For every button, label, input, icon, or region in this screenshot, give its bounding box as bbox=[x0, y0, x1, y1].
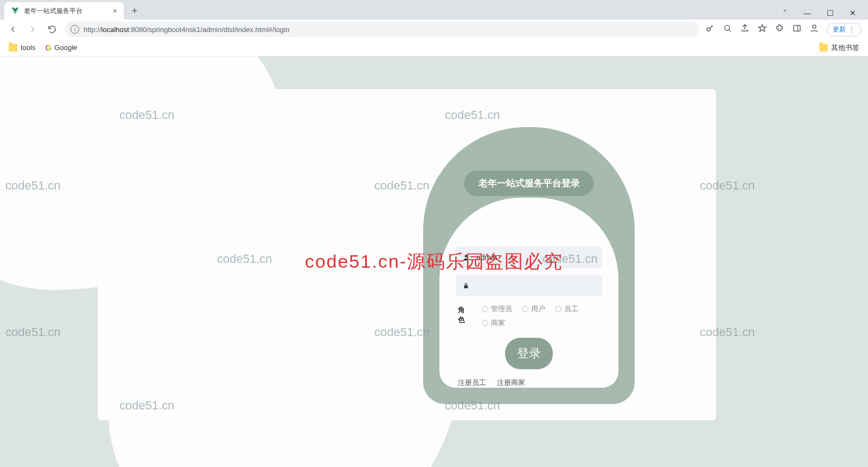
svg-point-4 bbox=[465, 255, 468, 257]
role-options: 管理员 用户 员工 商家 bbox=[482, 304, 602, 328]
key-icon[interactable] bbox=[705, 23, 715, 35]
google-icon: G bbox=[45, 43, 51, 52]
register-merchant-link[interactable]: 注册商家 bbox=[497, 378, 525, 388]
role-option-admin[interactable]: 管理员 bbox=[482, 304, 512, 314]
radio-icon bbox=[482, 306, 488, 312]
address-bar: i http://localhost:8080/springboot4nsk1/… bbox=[0, 20, 868, 39]
svg-point-1 bbox=[725, 26, 730, 30]
register-staff-link[interactable]: 注册员工 bbox=[458, 378, 486, 388]
window-controls: ˅ — ☐ ✕ bbox=[778, 9, 868, 20]
radio-icon bbox=[482, 320, 488, 326]
site-info-icon[interactable]: i bbox=[71, 25, 79, 34]
svg-point-0 bbox=[707, 28, 710, 31]
star-icon[interactable] bbox=[757, 23, 767, 35]
zoom-icon[interactable] bbox=[723, 23, 732, 35]
radio-icon bbox=[522, 306, 528, 312]
addr-right-controls: 更新⋮ bbox=[705, 23, 861, 36]
vue-favicon-icon bbox=[11, 7, 20, 15]
url-text: http://localhost:8080/springboot4nsk1/ad… bbox=[84, 26, 289, 34]
page-content: 老年一站式服务平台登录 角色 管理员 bbox=[0, 56, 868, 467]
tab-bar: 老年一站式服务平台 × + ˅ — ☐ ✕ bbox=[0, 0, 868, 20]
chevron-down-icon[interactable]: ˅ bbox=[778, 9, 791, 17]
share-icon[interactable] bbox=[740, 23, 750, 35]
tab-close-icon[interactable]: × bbox=[113, 7, 117, 15]
password-field-wrapper bbox=[456, 275, 602, 296]
login-button[interactable]: 登录 bbox=[505, 338, 553, 369]
username-input[interactable] bbox=[476, 253, 596, 262]
browser-tab[interactable]: 老年一站式服务平台 × bbox=[4, 2, 124, 20]
bookmark-other[interactable]: 其他书签 bbox=[819, 43, 859, 53]
update-button[interactable]: 更新⋮ bbox=[827, 23, 861, 36]
svg-point-3 bbox=[813, 25, 816, 28]
back-button[interactable] bbox=[7, 23, 20, 36]
tab-title: 老年一站式服务平台 bbox=[24, 7, 82, 16]
watermark: code51.cn bbox=[5, 325, 61, 339]
role-option-user[interactable]: 用户 bbox=[522, 304, 545, 314]
radio-icon bbox=[555, 306, 561, 312]
role-option-merchant[interactable]: 商家 bbox=[482, 318, 505, 328]
svg-rect-2 bbox=[794, 26, 800, 31]
login-form: 角色 管理员 用户 员工 商家 登录 注册员工 注册商家 bbox=[439, 198, 618, 388]
extensions-icon[interactable] bbox=[775, 23, 784, 35]
login-title: 老年一站式服务平台登录 bbox=[464, 171, 594, 196]
browser-chrome: 老年一站式服务平台 × + ˅ — ☐ ✕ i http://localhost… bbox=[0, 0, 868, 57]
folder-icon bbox=[9, 44, 17, 52]
reload-button[interactable] bbox=[46, 23, 59, 36]
lock-icon bbox=[462, 282, 470, 289]
user-icon bbox=[462, 254, 470, 261]
bookmark-google[interactable]: G Google bbox=[45, 43, 77, 52]
url-input[interactable]: i http://localhost:8080/springboot4nsk1/… bbox=[65, 22, 699, 37]
login-panel: 老年一站式服务平台登录 角色 管理员 bbox=[423, 127, 635, 404]
password-input[interactable] bbox=[476, 281, 596, 290]
close-icon[interactable]: ✕ bbox=[846, 9, 859, 17]
username-field-wrapper bbox=[456, 247, 602, 268]
folder-icon bbox=[819, 44, 828, 52]
role-selector: 角色 管理员 用户 员工 商家 bbox=[458, 304, 602, 328]
new-tab-button[interactable]: + bbox=[127, 3, 142, 18]
minimize-icon[interactable]: — bbox=[801, 9, 814, 17]
maximize-icon[interactable]: ☐ bbox=[824, 9, 837, 17]
register-links: 注册员工 注册商家 bbox=[456, 378, 602, 388]
bookmark-tools[interactable]: tools bbox=[9, 43, 35, 52]
role-label: 角色 bbox=[458, 304, 471, 325]
role-option-staff[interactable]: 员工 bbox=[555, 304, 578, 314]
forward-button[interactable] bbox=[26, 23, 39, 36]
side-panel-icon[interactable] bbox=[792, 23, 802, 35]
content-card: 老年一站式服务平台登录 角色 管理员 bbox=[98, 89, 716, 420]
bookmarks-bar: tools G Google 其他书签 bbox=[0, 39, 868, 56]
profile-icon[interactable] bbox=[809, 23, 819, 35]
svg-rect-5 bbox=[464, 285, 468, 288]
